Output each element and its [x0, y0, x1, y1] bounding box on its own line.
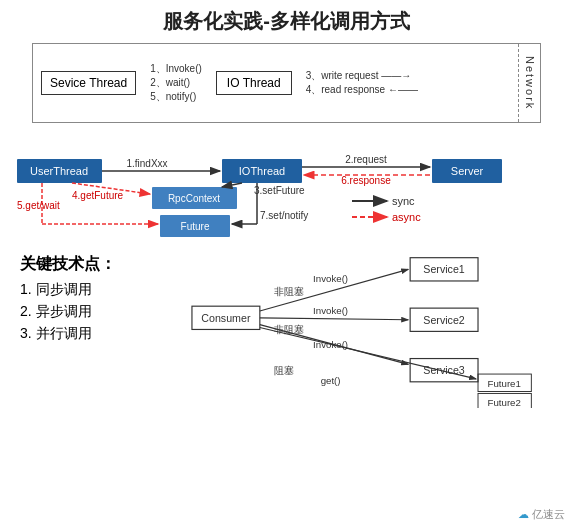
watermark-text: 亿速云 [532, 508, 565, 520]
svg-text:Service2: Service2 [423, 314, 465, 326]
key-points: 关键技术点： 1. 同步调用 2. 异步调用 3. 并行调用 [12, 248, 172, 408]
svg-text:6.response: 6.response [341, 175, 391, 186]
io-thread-box: IO Thread [216, 71, 292, 95]
key-point-3: 3. 并行调用 [20, 325, 164, 343]
svg-text:IOThread: IOThread [239, 165, 285, 177]
svg-text:Invoke(): Invoke() [313, 273, 348, 284]
watermark-icon: ☁ [518, 508, 529, 520]
svg-text:4.getFuture: 4.getFuture [72, 190, 124, 201]
middle-svg: UserThread IOThread Server RpcContext Fu… [12, 129, 561, 244]
svg-text:非阻塞: 非阻塞 [274, 286, 304, 297]
svg-text:UserThread: UserThread [30, 165, 88, 177]
svg-text:Future2: Future2 [488, 397, 521, 408]
svg-line-49 [260, 318, 408, 320]
key-points-list: 1. 同步调用 2. 异步调用 3. 并行调用 [20, 281, 164, 343]
watermark: ☁ 亿速云 [518, 507, 565, 522]
svg-text:async: async [392, 211, 421, 223]
network-text: Network [524, 56, 536, 110]
bottom-section: 关键技术点： 1. 同步调用 2. 异步调用 3. 并行调用 Consumer … [12, 248, 561, 408]
svg-text:Invoke(): Invoke() [313, 305, 348, 316]
svg-text:7.set/notify: 7.set/notify [260, 210, 308, 221]
svg-rect-2 [222, 159, 302, 183]
svg-text:3.setFuture: 3.setFuture [254, 185, 305, 196]
top-arrows: 1、Invoke() 2、wait() 5、notify() [150, 62, 202, 104]
top-diagram: Sevice Thread 1、Invoke() 2、wait() 5、noti… [32, 43, 541, 123]
network-label: Network [518, 44, 540, 122]
consumer-svg: Consumer Service1 Service2 Service3 Futu… [172, 248, 561, 408]
svg-text:Future: Future [181, 221, 210, 232]
middle-diagram: UserThread IOThread Server RpcContext Fu… [12, 129, 561, 244]
svg-text:Service1: Service1 [423, 263, 465, 275]
svg-rect-8 [160, 215, 230, 237]
svg-text:2.request: 2.request [345, 154, 387, 165]
key-point-1: 1. 同步调用 [20, 281, 164, 299]
key-points-title: 关键技术点： [20, 254, 164, 275]
svg-line-16 [222, 183, 242, 187]
consumer-diagram: Consumer Service1 Service2 Service3 Futu… [172, 248, 561, 408]
page-title: 服务化实践-多样化调用方式 [12, 8, 561, 35]
svg-text:5.get/wait: 5.get/wait [17, 200, 60, 211]
svg-line-18 [72, 183, 150, 194]
key-point-2: 2. 异步调用 [20, 303, 164, 321]
svg-text:1.findXxx: 1.findXxx [126, 158, 167, 169]
main-container: 服务化实践-多样化调用方式 Sevice Thread 1、Invoke() 2… [0, 0, 573, 526]
svg-rect-0 [17, 159, 102, 183]
svg-text:Future1: Future1 [488, 378, 521, 389]
svg-text:阻塞: 阻塞 [274, 365, 294, 376]
svg-text:Server: Server [451, 165, 484, 177]
svg-text:get(): get() [321, 375, 341, 386]
right-arrows: 3、write request ——→ 4、read response ←—— [306, 69, 418, 97]
service-thread-box: Sevice Thread [41, 71, 136, 95]
svg-text:RpcContext: RpcContext [168, 193, 220, 204]
svg-rect-4 [432, 159, 502, 183]
svg-rect-6 [152, 187, 237, 209]
svg-text:sync: sync [392, 195, 415, 207]
svg-text:Consumer: Consumer [201, 312, 251, 324]
